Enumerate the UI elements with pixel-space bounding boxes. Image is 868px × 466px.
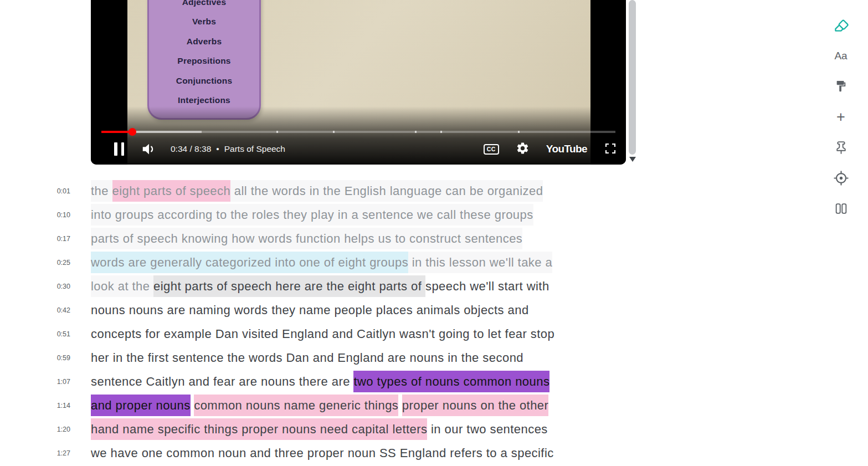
pause-icon: [114, 142, 117, 156]
transcript-text: the: [91, 180, 112, 202]
transcript-line: the eight parts of speech all the words …: [91, 184, 543, 198]
highlight-cyan[interactable]: words are generally categorized into one…: [91, 252, 408, 273]
timestamp[interactable]: 0:42: [0, 306, 70, 314]
chapter-tick: [276, 131, 278, 133]
transcript-row[interactable]: 1:07sentence Caitlyn and fear are nouns …: [0, 370, 720, 393]
timestamp[interactable]: 0:25: [0, 259, 70, 267]
transcript-text: look at the: [91, 275, 153, 297]
slide-list-item: Adjectives: [149, 0, 259, 12]
gear-icon: [516, 141, 530, 155]
scrubber[interactable]: [129, 128, 136, 136]
transcript-text: sentence Caitlyn and fear are nouns ther…: [91, 371, 353, 392]
transcript-line: hand name specific things proper nouns n…: [91, 422, 548, 437]
transcript-text: in this lesson we'll take a: [408, 252, 552, 273]
settings-button[interactable]: [516, 141, 530, 157]
transcript-row[interactable]: 0:30look at the eight parts of speech he…: [0, 274, 720, 298]
transcript-row[interactable]: 0:51concepts for example Dan visited Eng…: [0, 322, 720, 346]
slide-list-item: Conjunctions: [149, 71, 259, 91]
transcript-row[interactable]: 1:27we have one common noun and three pr…: [0, 441, 720, 465]
transcript-text: we have one common noun and three proper…: [91, 442, 554, 464]
chapter-tick: [415, 131, 417, 133]
transcript-row[interactable]: 1:20hand name specific things proper nou…: [0, 417, 720, 441]
transcript-text: speech we'll start with: [425, 275, 549, 297]
time-display: 0:34 / 8:38 • Parts of Speech: [171, 144, 285, 154]
volume-button[interactable]: [141, 141, 157, 157]
highlight-purple[interactable]: two types of nouns common nouns: [353, 371, 549, 392]
transcript-line: we have one common noun and three proper…: [91, 446, 554, 460]
text-style-icon[interactable]: Aa: [833, 48, 849, 64]
add-icon[interactable]: +: [833, 109, 849, 125]
highlight-gray[interactable]: eight parts of speech here are the eight…: [153, 275, 425, 297]
cc-icon: CC: [484, 144, 499, 155]
timestamp[interactable]: 0:51: [0, 330, 70, 338]
transcript-text: parts of speech knowing how words functi…: [91, 228, 522, 249]
transcript-text: in our two sentences: [427, 418, 547, 440]
transcript-line: look at the eight parts of speech here a…: [91, 279, 549, 294]
transcript-text: [398, 395, 402, 416]
transcript: 0:01the eight parts of speech all the wo…: [0, 179, 720, 465]
chapter-title: Parts of Speech: [224, 144, 285, 154]
transcript-line: words are generally categorized into one…: [91, 255, 552, 270]
captions-button[interactable]: CC: [484, 144, 499, 155]
player-controls-overlay: 0:34 / 8:38 • Parts of Speech CC YouTube: [91, 106, 626, 165]
pin-icon[interactable]: [833, 140, 849, 155]
chapter-tick: [440, 131, 442, 133]
highlight-pink[interactable]: common nouns name generic things: [194, 395, 398, 416]
slide-list-item: Prepositions: [149, 52, 259, 71]
played-bar: [101, 131, 132, 133]
transcript-line: sentence Caitlyn and fear are nouns ther…: [91, 375, 549, 389]
transcript-row[interactable]: 0:42nouns nouns are naming words they na…: [0, 298, 720, 322]
highlight-pink[interactable]: proper nouns on the other: [402, 395, 548, 416]
timestamp[interactable]: 1:07: [0, 378, 70, 386]
player-controls: 0:34 / 8:38 • Parts of Speech CC YouTube: [91, 137, 626, 161]
time-separator: •: [216, 144, 219, 154]
transcript-text: into groups according to the roles they …: [91, 204, 533, 226]
transcript-row[interactable]: 0:17parts of speech knowing how words fu…: [0, 227, 720, 250]
transcript-line: concepts for example Dan visited England…: [91, 327, 554, 341]
format-paint-icon[interactable]: [833, 79, 849, 94]
transcript-text: her in the first sentence the words Dan …: [91, 347, 523, 368]
chapter-tick: [518, 131, 520, 133]
locate-icon[interactable]: [833, 170, 849, 186]
transcript-line: parts of speech knowing how words functi…: [91, 232, 522, 246]
highlight-pink[interactable]: eight parts of speech: [112, 180, 231, 202]
youtube-logo[interactable]: YouTube: [546, 143, 587, 155]
highlight-pink[interactable]: hand name specific things proper nouns n…: [91, 418, 427, 440]
timestamp[interactable]: 1:14: [0, 402, 70, 409]
current-total-time: 0:34 / 8:38: [171, 144, 211, 154]
slide-list-item: Adverbs: [149, 32, 259, 52]
transcript-text: nouns nouns are naming words they name p…: [91, 299, 529, 321]
timestamp[interactable]: 0:17: [0, 235, 70, 243]
highlight-purple[interactable]: and proper nouns: [91, 395, 191, 416]
timestamp[interactable]: 0:01: [0, 187, 70, 195]
transcript-text: concepts for example Dan visited England…: [91, 323, 554, 345]
timestamp[interactable]: 1:27: [0, 449, 70, 457]
right-controls: CC YouTube: [484, 141, 617, 157]
timestamp[interactable]: 0:59: [0, 354, 70, 362]
progress-bar[interactable]: [101, 131, 615, 133]
transcript-row[interactable]: 0:01the eight parts of speech all the wo…: [0, 179, 720, 203]
pause-button[interactable]: [114, 142, 124, 156]
scrollbar-thumb[interactable]: [629, 0, 636, 155]
video-player[interactable]: AdjectivesVerbsAdverbsPrepositionsConjun…: [91, 0, 626, 165]
fullscreen-button[interactable]: [604, 142, 617, 157]
transcript-row[interactable]: 0:10into groups according to the roles t…: [0, 203, 720, 227]
timestamp[interactable]: 0:10: [0, 211, 70, 219]
parts-of-speech-list: AdjectivesVerbsAdverbsPrepositionsConjun…: [147, 0, 261, 120]
transcript-row[interactable]: 0:59her in the first sentence the words …: [0, 346, 720, 370]
fullscreen-icon: [604, 142, 617, 155]
timestamp[interactable]: 0:30: [0, 283, 70, 290]
slide-list-item: Verbs: [149, 12, 259, 32]
timestamp[interactable]: 1:20: [0, 426, 70, 433]
transcript-line: and proper nouns common nouns name gener…: [91, 398, 548, 413]
transcript-line: nouns nouns are naming words they name p…: [91, 303, 529, 318]
highlighter-icon[interactable]: [833, 18, 849, 33]
side-toolbar: Aa +: [828, 18, 854, 216]
split-view-icon[interactable]: [833, 201, 849, 216]
scroll-down-arrow[interactable]: [629, 157, 636, 162]
chapter-tick: [333, 131, 335, 133]
transcript-line: into groups according to the roles they …: [91, 208, 533, 222]
transcript-text: all the words in the English language ca…: [230, 180, 543, 202]
transcript-row[interactable]: 1:14and proper nouns common nouns name g…: [0, 393, 720, 417]
transcript-row[interactable]: 0:25words are generally categorized into…: [0, 250, 720, 274]
